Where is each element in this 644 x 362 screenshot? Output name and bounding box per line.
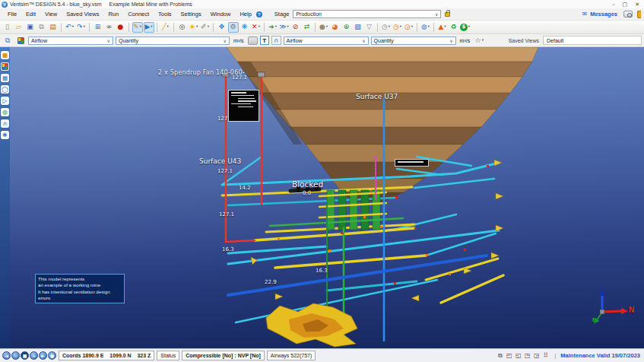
globe-view-icon[interactable]: ◍▾ [420,22,431,33]
annotate-icon[interactable]: ✐▾ [200,22,211,33]
redo-icon[interactable]: ↷▾ [76,22,87,33]
find-icon[interactable]: ∞ [104,22,115,33]
view-top-icon[interactable]: ◰ [505,351,513,360]
minimize-button[interactable]: – [612,2,615,8]
view-side-icon[interactable]: ◳ [523,351,531,360]
menu-saved-views[interactable]: Saved Views [62,9,103,19]
data-type-select-2[interactable]: Quantity [371,37,456,45]
separator [377,23,378,32]
fire-simulation-icon[interactable]: ▲▾ [437,22,448,33]
zoom-out-icon[interactable]: − [11,351,20,360]
globe-icon[interactable]: ◍ [1,108,9,116]
display-options-bar: ⧉ Airflow Quantity m³/s T ∩ Airflow Quan… [0,34,644,47]
3d-cube-icon[interactable]: ■ [1,51,9,59]
fast-flow-icon[interactable]: ≫▾ [279,22,290,33]
financial-icon[interactable]: $▾ [460,22,471,33]
legend-colors-icon[interactable] [1,62,9,71]
airway-display-button[interactable]: ∩ [271,36,281,45]
camera-icon[interactable] [623,11,633,17]
color-legend-icon[interactable] [15,35,26,46]
settings-gear-icon[interactable]: ✱ [1,131,9,139]
reverse-flow-icon[interactable]: ⇄ [302,22,312,33]
data-type-select-1[interactable]: Quantity [116,37,230,45]
favorite-star-icon[interactable]: ☆▾ [474,35,484,46]
window-mode-icon[interactable]: ⧉ [496,351,504,360]
view-iso-icon[interactable]: ◲ [532,351,541,360]
fan-tool-icon[interactable]: ❋ [240,22,250,33]
saved-views-label: Saved Views [509,38,539,43]
ring-select-icon[interactable]: ◯ [1,85,9,94]
filter-icon[interactable]: ▽ [364,22,375,33]
pan-right-icon[interactable]: ► [39,351,47,360]
menu-help[interactable]: Help [235,9,255,19]
info-line-2: an example of a working mine [38,282,122,288]
display-mode-value-1: Airflow [31,38,47,43]
run-simulation-icon[interactable]: ▶▾ [144,22,154,33]
new-file-icon[interactable]: ▯ [2,22,13,33]
paste-icon[interactable]: ▤ [48,22,59,33]
menu-edit[interactable]: Edit [21,9,40,19]
play-animation-icon[interactable]: ▷ [1,97,9,105]
stage-select[interactable]: Production [293,10,441,18]
saved-views-select[interactable]: Default [543,36,642,45]
move-tool-icon[interactable]: ✥ [217,22,227,33]
display-toggle-button[interactable] [248,37,258,45]
messages-button[interactable]: Messages [590,11,617,17]
favorite-view-icon[interactable]: ★▾ [189,22,199,33]
history-gray-icon[interactable]: ◷▾ [381,22,392,33]
zoom-in-icon[interactable]: + [30,351,38,360]
history-orange-2-icon[interactable]: ◶▾ [404,22,414,33]
unit-label-1: m³/s [233,38,244,43]
delete-tool-icon[interactable]: ✕▾ [251,22,262,33]
view-front-icon[interactable]: ◱ [514,351,522,360]
display-mode-select-1[interactable]: Airflow [28,37,113,45]
menu-tools[interactable]: Tools [154,9,176,19]
flow-direction-icon[interactable]: ➜▾ [268,22,278,33]
split-window-icon[interactable]: ⧉ [2,35,13,46]
close-button[interactable]: ✕ [635,2,639,8]
reading-16-3-a: 16.3 [222,246,234,252]
elevation-profile-icon[interactable]: ∩ [1,119,9,128]
3d-viewport[interactable]: 2 x Spendrup Fan 140-060-127.1127.1Surfa… [10,47,644,348]
block-airway-icon[interactable]: ⊘ [290,22,301,33]
reading-127-1-a: 127.1 [232,75,247,81]
data-grid-icon[interactable]: ▦ [1,74,9,82]
simulation-settings[interactable]: Compressible [No] : NVP [No] [182,351,265,360]
pan-left-icon[interactable]: ◄ [2,351,11,360]
zoom-tool-icon[interactable]: ◎ [177,22,188,33]
draw-airway-icon[interactable]: ╱▾ [160,22,171,33]
reset-view-icon[interactable]: ■ [21,351,29,360]
display-mode-select-2[interactable]: Airflow [284,37,369,45]
help-icon[interactable]: ? [256,11,262,17]
menu-settings[interactable]: Settings [176,9,206,19]
edit-tool-icon[interactable]: ⚙ [228,22,239,33]
menu-run[interactable]: Run [103,9,123,19]
menu-connect[interactable]: Connect [123,9,154,19]
save-icon[interactable]: ▣ [25,22,36,33]
rock-types-icon[interactable]: ●▾ [319,22,329,33]
menu-file[interactable]: File [3,9,21,19]
recirculation-icon[interactable]: ♻ [449,22,459,33]
view-nav-buttons: ◄−■+►● [2,351,56,360]
data-type-value-2: Quantity [374,38,394,43]
record-icon[interactable]: ● [116,22,126,33]
history-orange-icon[interactable]: ◷▾ [392,22,403,33]
charts-icon[interactable]: ◕ [330,22,341,33]
undo-icon[interactable]: ↶▾ [65,22,75,33]
clipped-toolbar-icon[interactable] [637,11,641,18]
zoom-data-icon[interactable]: ⊕ [341,22,352,33]
copy-icon[interactable]: ⧉ [36,22,47,33]
text-toggle-button[interactable]: T [260,36,269,45]
duplicate-window-icon[interactable]: ⊞ [93,22,103,33]
reading-22-9: 22.9 [265,279,277,285]
menu-view[interactable]: View [40,9,62,19]
open-folder-icon[interactable]: ▱ [14,22,24,33]
orbit-icon[interactable]: ● [48,351,56,360]
maximize-button[interactable]: ▢ [623,2,628,8]
view-all-icon[interactable]: ⠿ [541,351,550,360]
menu-window[interactable]: Window [206,9,236,19]
airway-name-tooltip [395,159,429,167]
edit-graph-icon[interactable]: ▧ [353,22,363,33]
reading-16-3-b: 16.3 [316,268,328,274]
edit-airway-icon[interactable]: ✎▾ [132,22,143,33]
